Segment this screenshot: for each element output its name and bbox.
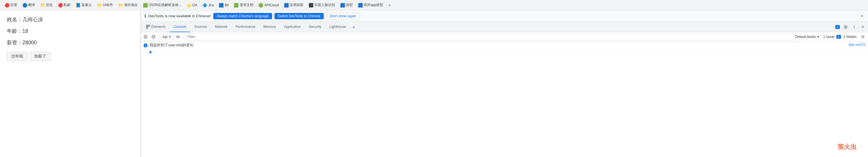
name-field: 姓名：几何心凉 [7, 16, 133, 23]
bookmark-jira-label: Jira [208, 3, 214, 7]
match-lang-button[interactable]: Always match Chrome's language [213, 13, 272, 19]
more-options-button[interactable] [850, 23, 858, 31]
eye-icon-button[interactable] [175, 33, 181, 40]
bookmark-addons[interactable]: 🟦 应用加固 [282, 1, 306, 9]
bookmark-face-label: 百度人脸识别 [314, 3, 335, 7]
more-label: » [389, 3, 391, 7]
default-levels-selector[interactable]: Default levels ▼ [795, 35, 820, 39]
tab-console[interactable]: Console [169, 22, 190, 32]
addons-icon: 🟦 [284, 3, 288, 7]
dont-show-button[interactable]: Don't show again [326, 12, 360, 20]
bookmark-baidu[interactable]: 🔴 百度 [2, 1, 20, 9]
bookmark-translate[interactable]: 🔵 翻译 [20, 1, 37, 9]
devtools-tabs: Elements Console Sources Network Perform… [141, 22, 868, 32]
bit-icon: 🟦 [219, 3, 224, 7]
block-network-button[interactable] [150, 33, 157, 40]
oa-icon: ⭐ [187, 3, 191, 7]
console-expand-arrow[interactable]: ▶ [141, 49, 868, 55]
jira-icon: 🔷 [203, 3, 207, 7]
bookmark-docs[interactable]: 🟩 需求文档 [231, 1, 256, 9]
gear-icon [861, 35, 865, 39]
levels-dropdown-icon: ▼ [817, 35, 820, 38]
proto-icon: 🟦 [340, 3, 345, 7]
bookmark-apicloud-label: APICloud [265, 3, 279, 7]
salary-field: 薪资：28000 [7, 39, 133, 46]
clear-console-button[interactable] [142, 33, 149, 40]
translate-icon: 🔵 [22, 3, 27, 7]
bookmark-project[interactable]: 📁 项目地址 [116, 1, 140, 9]
info-entry-icon: i [143, 43, 148, 48]
tab-memory[interactable]: Memory [259, 22, 280, 32]
eye-icon [176, 35, 180, 39]
age-label: 年龄： [7, 28, 22, 34]
close-devtools-button[interactable]: × [859, 23, 867, 31]
issues-label: 1 Issue: [823, 35, 835, 39]
bookmark-jira[interactable]: 🔷 Jira [200, 2, 216, 9]
svg-line-8 [145, 36, 146, 38]
tab-network[interactable]: Network [211, 22, 231, 32]
filter-input[interactable] [185, 33, 794, 40]
bookmark-more[interactable]: » [386, 2, 393, 8]
console-message: 我监听到了user.info的变化 [150, 43, 847, 48]
svg-point-3 [845, 26, 846, 28]
folder-icon: 📁 [40, 3, 45, 7]
bookmark-project-label: 项目地址 [124, 3, 138, 7]
svg-text:i: i [145, 44, 146, 47]
project-folder-icon: 📁 [118, 3, 123, 7]
mail-icon: 🔴 [58, 3, 63, 7]
name-label: 姓名： [7, 17, 22, 22]
ui-folder-icon: 📁 [97, 3, 102, 7]
name-value: 几何心凉 [22, 17, 43, 22]
proto2-icon: 🟦 [358, 3, 363, 7]
bookmark-lanyun[interactable]: 📘 蓝奏云 [73, 1, 94, 9]
bookmark-history-label: 历史 [46, 3, 53, 7]
tab-sources[interactable]: Sources [190, 22, 211, 32]
tab-application[interactable]: Application [280, 22, 305, 32]
bookmark-face[interactable]: ⬛ 百度人脸识别 [306, 1, 337, 9]
bookmark-lanyun-label: 蓝奏云 [82, 3, 92, 7]
svg-point-5 [854, 26, 855, 27]
bookmarks-bar: 🔴 百度 🔵 翻译 📁 历史 🔴 私邮 📘 蓝奏云 📁 UI组件 📁 项目地址 … [0, 0, 868, 10]
hired-button[interactable]: 加薪了 [30, 52, 51, 61]
console-badge: 1 [835, 25, 840, 29]
switch-chinese-button[interactable]: Switch DevTools to Chinese [274, 13, 324, 19]
bookmark-mail[interactable]: 🔴 私邮 [56, 1, 73, 9]
tabs-more-button[interactable]: » [350, 23, 358, 31]
tab-lighthouse[interactable]: Lighthouse [325, 22, 350, 32]
settings-icon [843, 25, 848, 29]
console-settings-button[interactable] [859, 33, 867, 41]
bookmark-proto[interactable]: 🟦 原型 [338, 1, 355, 9]
age-value: 18 [22, 28, 28, 34]
tab-performance[interactable]: Performance [231, 22, 259, 32]
docs-icon: 🟩 [234, 3, 239, 7]
svg-point-4 [854, 25, 855, 26]
svg-rect-2 [146, 27, 148, 28]
bookmark-ui[interactable]: 📁 UI组件 [95, 1, 115, 9]
bookmark-apicloud[interactable]: 🟢 APICloud [256, 2, 281, 9]
console-source-link[interactable]: app.vue:21 [849, 43, 866, 47]
settings-icon-button[interactable] [842, 23, 849, 31]
context-dropdown-icon: ▼ [168, 35, 172, 38]
bookmark-bit[interactable]: 🟦 Bit [217, 2, 231, 9]
context-selector[interactable]: top ▼ [161, 34, 174, 40]
bookmark-history[interactable]: 📁 历史 [38, 1, 55, 9]
pass-button[interactable]: 过年啦 [7, 52, 28, 61]
toolbar-separator-1 [159, 34, 159, 40]
svg-point-13 [862, 36, 863, 37]
info-icon: ℹ [144, 13, 146, 19]
salary-value: 28000 [22, 40, 37, 46]
bookmark-oa[interactable]: ⭐ OA [184, 2, 199, 9]
bookmark-json[interactable]: 🟩 JSON在线解析及格... [141, 1, 184, 9]
bookmark-addons-label: 应用加固 [290, 3, 303, 7]
notification-text: DevTools is now available in Chinese! [148, 14, 211, 18]
svg-point-12 [177, 36, 179, 37]
lanyun-icon: 📘 [76, 3, 81, 7]
bookmark-proto2[interactable]: 🟦 郑州app原型 [355, 1, 385, 9]
main-area: 姓名：几何心凉 年龄：18 薪资：28000 过年啦 加薪了 ℹ DevTool… [0, 10, 868, 157]
console-output: i 我监听到了user.info的变化 app.vue:21 ▶ [141, 42, 868, 157]
salary-label: 薪资： [7, 40, 22, 46]
tab-security[interactable]: Security [305, 22, 325, 32]
tab-elements[interactable]: Elements [142, 22, 169, 32]
bookmark-oa-label: OA [192, 3, 197, 7]
notification-close-icon[interactable]: × [860, 14, 865, 19]
